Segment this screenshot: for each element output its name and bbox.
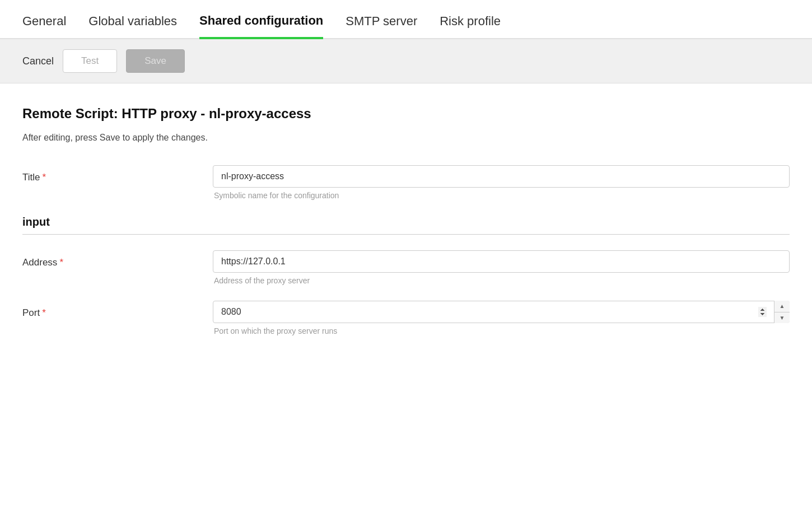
- cancel-button[interactable]: Cancel: [22, 52, 54, 71]
- title-hint: Symbolic name for the configuration: [213, 191, 790, 200]
- title-required-star: *: [43, 172, 46, 183]
- port-form-row: Port* ▲ ▼ Port on which the proxy server…: [22, 301, 790, 335]
- address-hint: Address of the proxy server: [213, 276, 790, 285]
- main-content: Remote Script: HTTP proxy - nl-proxy-acc…: [0, 83, 812, 374]
- input-section-heading: input: [22, 216, 790, 235]
- tab-navigation: General Global variables Shared configur…: [0, 0, 812, 39]
- port-spinner-up[interactable]: ▲: [774, 301, 790, 312]
- address-required-star: *: [59, 257, 63, 268]
- tab-general[interactable]: General: [22, 1, 66, 39]
- address-input[interactable]: [213, 250, 790, 273]
- page-title: Remote Script: HTTP proxy - nl-proxy-acc…: [22, 106, 790, 122]
- title-input[interactable]: [213, 165, 790, 188]
- address-label: Address*: [22, 250, 213, 268]
- port-input[interactable]: [213, 301, 790, 323]
- test-button[interactable]: Test: [63, 49, 117, 73]
- title-label: Title*: [22, 165, 213, 183]
- title-field-wrapper: Symbolic name for the configuration: [213, 165, 790, 200]
- address-field-wrapper: Address of the proxy server: [213, 250, 790, 285]
- save-button[interactable]: Save: [126, 49, 185, 73]
- port-spinner: ▲ ▼: [774, 301, 790, 323]
- toolbar: Cancel Test Save: [0, 39, 812, 83]
- port-field-wrapper: ▲ ▼ Port on which the proxy server runs: [213, 301, 790, 335]
- tab-smtp-server[interactable]: SMTP server: [346, 1, 417, 39]
- port-hint: Port on which the proxy server runs: [213, 326, 790, 335]
- tab-shared-configuration[interactable]: Shared configuration: [199, 0, 323, 39]
- port-required-star: *: [42, 307, 46, 318]
- port-number-wrapper: ▲ ▼: [213, 301, 790, 323]
- port-spinner-down[interactable]: ▼: [774, 312, 790, 324]
- title-form-row: Title* Symbolic name for the configurati…: [22, 165, 790, 200]
- tab-risk-profile[interactable]: Risk profile: [440, 1, 501, 39]
- port-label: Port*: [22, 301, 213, 319]
- tab-global-variables[interactable]: Global variables: [88, 1, 177, 39]
- page-description: After editing, press Save to apply the c…: [22, 133, 790, 143]
- address-form-row: Address* Address of the proxy server: [22, 250, 790, 285]
